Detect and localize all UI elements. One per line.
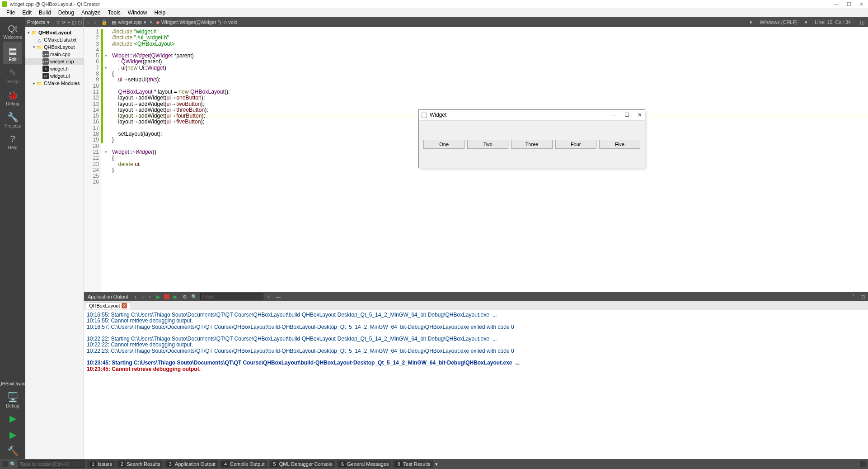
tree-item-qhboxlayout[interactable]: ▾📁QHBoxLayout (25, 29, 84, 36)
output-prev-icon[interactable]: ‹ (141, 294, 145, 299)
tree-item-widget-cpp[interactable]: c++widget.cpp (25, 58, 84, 65)
status-tab-general-messages[interactable]: 6General Messages (337, 460, 391, 468)
mode-projects[interactable]: 🔧Projects (3, 108, 22, 130)
search-icon: 🔍 (191, 294, 197, 300)
code-editor[interactable]: 1234567891011121314151617181920212223242… (84, 27, 868, 292)
output-tabs: QHBoxLayout × (84, 301, 868, 310)
widget-button-three[interactable]: Three (511, 140, 552, 149)
debug-button[interactable]: ▶ (0, 426, 25, 443)
menu-debug[interactable]: Debug (55, 9, 78, 17)
widget-button-five[interactable]: Five (599, 140, 640, 149)
minimize-icon[interactable]: — (834, 1, 839, 7)
running-widget-window[interactable]: Widget — ☐ ✕ OneTwoThreeFourFive (418, 109, 645, 168)
tree-item-qhboxlayout[interactable]: ▾📁QHBoxLayout (25, 43, 84, 51)
sync-icon[interactable]: ⟳ (62, 20, 66, 25)
status-more-icon[interactable]: ▾ (435, 461, 438, 467)
menu-edit[interactable]: Edit (19, 9, 35, 17)
sidebar-toggle-icon[interactable] (2, 461, 8, 467)
editor-area: ‹ › 🔒 ▤ widget.cpp ▾ ✕ ◆ Widget::Widget(… (84, 17, 868, 459)
output-step-icon[interactable]: ↕ (133, 294, 138, 299)
fold-column: ▾▾▾ (103, 27, 108, 292)
dirty-icon: ◆ (156, 19, 160, 25)
editor-file-crumb[interactable]: ▤ widget.cpp ▾ (112, 19, 146, 25)
output-filter-input[interactable] (200, 293, 263, 300)
close-icon[interactable]: ✕ (859, 1, 863, 7)
output-collapse-icon[interactable]: ˄ (851, 294, 856, 300)
widget-close-icon[interactable]: ✕ (638, 112, 642, 118)
filter-icon[interactable]: ▽ (56, 20, 60, 25)
output-max-icon[interactable]: ◫ (859, 294, 866, 300)
locator: 🔍 (10, 460, 85, 468)
qt-logo-icon (2, 1, 7, 7)
window-controls: — ☐ ✕ (834, 1, 866, 7)
menu-build[interactable]: Build (35, 9, 55, 17)
file-type-icon: ▤ (112, 19, 116, 25)
kit-selector[interactable]: 🖥️Debug (0, 388, 25, 410)
kit-name[interactable]: QHBoxLayout (0, 379, 27, 388)
output-rerun-icon[interactable]: ▶ (172, 294, 178, 300)
output-tab[interactable]: QHBoxLayout × (86, 302, 130, 309)
output-remove-icon[interactable]: — (274, 294, 282, 299)
status-tab-issues[interactable]: 1Issues (87, 460, 115, 468)
app-icon (422, 113, 427, 118)
locator-input[interactable] (18, 460, 85, 468)
close-tab-icon[interactable]: × (122, 303, 127, 308)
line-number-gutter: 1234567891011121314151617181920212223242… (84, 27, 101, 292)
menu-analyze[interactable]: Analyze (78, 9, 104, 17)
output-next-icon[interactable]: › (148, 294, 152, 299)
mode-debug[interactable]: 🐞Debug (3, 86, 22, 108)
output-panel: Application Output ↕ ‹ › ▶ ▶ ⚙ 🔍 + — ˄ ◫… (84, 292, 868, 459)
add-icon[interactable]: + (67, 20, 70, 25)
mode-edit[interactable]: ▤Edit (3, 42, 22, 64)
tree-item-cmakelists-txt[interactable]: △CMakeLists.txt (25, 36, 84, 43)
tree-item-cmake-modules[interactable]: ▸📁CMake Modules (25, 80, 84, 87)
output-add-icon[interactable]: + (266, 294, 272, 299)
encoding-label[interactable]: Windows (CRLF) (755, 19, 802, 25)
window-title: widget.cpp @ QHBoxLayout - Qt Creator (10, 1, 100, 7)
project-panel-header: Projects ▾ ▽ ⟳ + ◫ ▢ (25, 17, 84, 27)
widget-button-four[interactable]: Four (555, 140, 596, 149)
status-tab-compile-output[interactable]: 4Compile Output (220, 460, 267, 468)
widget-button-two[interactable]: Two (467, 140, 508, 149)
lock-icon[interactable]: 🔒 (100, 19, 109, 25)
project-panel-title: Projects (27, 19, 45, 25)
maximize-icon[interactable]: ☐ (847, 1, 851, 7)
menu-window[interactable]: Window (124, 9, 151, 17)
status-tab-search-results[interactable]: 2Search Results (116, 460, 163, 468)
run-button[interactable]: ▶ (0, 410, 25, 426)
widget-window-titlebar[interactable]: Widget — ☐ ✕ (419, 110, 645, 121)
progress-icon[interactable] (860, 461, 866, 467)
nav-back-icon[interactable]: ‹ (86, 19, 90, 25)
output-settings-icon[interactable]: ⚙ (181, 294, 188, 300)
tree-item-widget-ui[interactable]: uiwidget.ui (25, 72, 84, 80)
tree-item-widget-h[interactable]: hwidget.h (25, 65, 84, 72)
output-text[interactable]: 10:16:55: Starting C:\Users\Thiago Souto… (84, 310, 868, 459)
build-button[interactable]: 🔨 (0, 443, 25, 459)
output-stop-icon[interactable] (164, 294, 169, 299)
status-tab-qml-debugger-console[interactable]: 5QML Debugger Console (269, 460, 335, 468)
close-panel-icon[interactable]: ▢ (78, 20, 82, 25)
editor-symbol-crumb[interactable]: ◆ Widget::Widget(QWidget *) -> void (156, 19, 237, 25)
menu-file[interactable]: File (3, 9, 19, 17)
menu-tools[interactable]: Tools (104, 9, 124, 17)
widget-minimize-icon[interactable]: — (611, 112, 616, 118)
mode-help[interactable]: ?Help (3, 130, 22, 152)
mode-design[interactable]: ✎Design (3, 64, 22, 86)
title-bar: widget.cpp @ QHBoxLayout - Qt Creator — … (0, 0, 868, 8)
status-tab-test-results[interactable]: 8Test Results (393, 460, 433, 468)
output-run-icon[interactable]: ▶ (155, 294, 161, 300)
mode-bar: QtWelcome▤Edit✎Design🐞Debug🔧Projects?Hel… (0, 17, 25, 459)
tree-item-main-cpp[interactable]: c++main.cpp (25, 51, 84, 58)
widget-maximize-icon[interactable]: ☐ (624, 112, 629, 118)
nav-fwd-icon[interactable]: › (93, 19, 98, 25)
menu-help[interactable]: Help (151, 9, 169, 17)
split-icon[interactable]: ◫ (72, 20, 76, 25)
project-panel: Projects ▾ ▽ ⟳ + ◫ ▢ ▾📁QHBoxLayout△CMake… (25, 17, 84, 459)
cursor-position[interactable]: Line: 15, Col: 34 (810, 19, 855, 25)
close-file-icon[interactable]: ✕ (149, 19, 153, 25)
widget-button-one[interactable]: One (423, 140, 464, 149)
mode-welcome[interactable]: QtWelcome (3, 20, 22, 42)
status-tab-application-output[interactable]: 3Application Output (164, 460, 218, 468)
split-editor-icon[interactable]: ◫ (858, 19, 866, 25)
output-panel-header: Application Output ↕ ‹ › ▶ ▶ ⚙ 🔍 + — ˄ ◫ (84, 292, 868, 301)
